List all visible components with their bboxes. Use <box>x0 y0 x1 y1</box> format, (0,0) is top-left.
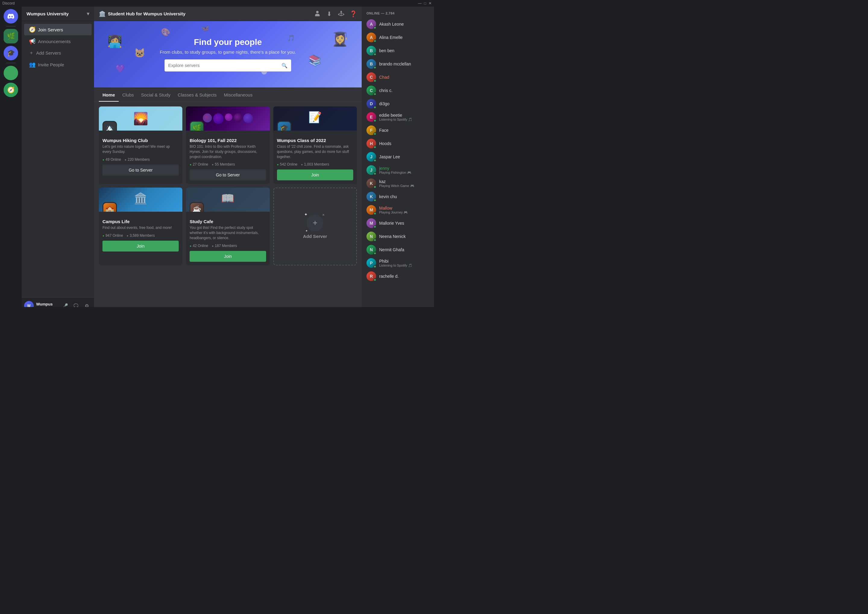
stat-members-bio: 55 Members <box>212 162 235 166</box>
status-badge <box>374 106 377 109</box>
server-card-bio-101[interactable]: 🌿 Biology 101, Fall 2022 BIO 101: Intro … <box>186 106 270 184</box>
avatar: M <box>366 205 376 215</box>
list-item[interactable]: Ddi3go <box>364 97 432 110</box>
server-header[interactable]: Wumpus University ▾ <box>22 7 94 21</box>
search-input[interactable] <box>164 59 291 72</box>
goto-server-button-hiking[interactable]: Go to Server <box>102 165 179 176</box>
tab-clubs[interactable]: Clubs <box>119 87 138 102</box>
window-controls: — □ ✕ <box>418 1 432 5</box>
card-content-bio: Biology 101, Fall 2022 BIO 101: Intro to… <box>186 131 270 184</box>
member-info: Akash Leone <box>379 22 429 26</box>
list-item[interactable]: AAkash Leone <box>364 17 432 31</box>
card-stats-hiking: 49 Online 220 Members <box>102 157 179 162</box>
deco-1: 👩‍💻 <box>107 34 122 48</box>
server-description-class: Class of '22 chill zone. Find a roommate… <box>277 144 353 159</box>
list-item[interactable]: FFace <box>364 124 432 137</box>
sidebar-item-announcements[interactable]: 📢 Announcements <box>24 36 91 47</box>
status-badge <box>374 239 377 242</box>
list-item[interactable]: Eeddie beetieListening to Spotify 🎵 <box>364 110 432 124</box>
hero-title: Find your people <box>194 37 262 47</box>
server-grid: 🌄 🏔️ Wumpus Hiking Club Let's get into n… <box>94 102 362 270</box>
controller-button[interactable]: 🕹 <box>338 10 345 17</box>
maximize-button[interactable]: □ <box>424 1 426 5</box>
list-item[interactable]: Bbrando mcclellan <box>364 57 432 71</box>
join-button-study[interactable]: Join <box>189 251 266 262</box>
add-server-label: Add Server <box>303 234 327 239</box>
add-server-button[interactable]: + <box>4 66 18 80</box>
sparkle-icon-tl: ✦ <box>304 212 308 217</box>
tab-classes-subjects[interactable]: Classes & Subjects <box>174 87 220 102</box>
server-avatar-class: 🎓 <box>277 121 291 131</box>
avatar-initial: W <box>27 304 31 307</box>
tab-home[interactable]: Home <box>99 87 119 102</box>
sparkle-icon-bl: ✦ <box>305 229 308 233</box>
hub-content: 👩‍💻 🐱 💜 👩‍🎓 📚 🎨 🎵 🦋 🐣 Find your people F… <box>94 21 362 307</box>
member-info: PhibiListening to Spotify 🎵 <box>379 259 429 267</box>
server-card-hiking-club[interactable]: 🌄 🏔️ Wumpus Hiking Club Let's get into n… <box>99 106 182 184</box>
mute-button[interactable]: 🎤 <box>60 301 70 307</box>
topbar-actions: ⬇ 🕹 ❓ <box>313 10 357 17</box>
member-name: kaz <box>379 179 429 184</box>
deco-6: 🎨 <box>161 28 170 36</box>
join-button-class[interactable]: Join <box>277 169 353 180</box>
add-server-plus-button[interactable]: ✦ + ✕ ✦ <box>307 215 323 231</box>
member-name: jenny <box>379 166 429 171</box>
server-icon-student-hub[interactable]: 🎓 <box>4 46 18 60</box>
list-item[interactable]: NNeena Nenick <box>364 230 432 243</box>
status-badge <box>374 225 377 228</box>
tab-social-study[interactable]: Social & Study <box>138 87 174 102</box>
server-card-study-cafe[interactable]: 📖 ☕ Study Cafe You got this! Find the pe… <box>186 188 270 265</box>
join-button-campus[interactable]: Join <box>102 241 179 252</box>
server-icon-wumpus-university[interactable]: 🌿 <box>4 29 18 44</box>
stat-members-study: 187 Members <box>212 244 237 248</box>
member-info: kevin chu <box>379 194 429 199</box>
stat-online-hiking: 49 Online <box>102 157 121 162</box>
close-button[interactable]: ✕ <box>429 1 432 5</box>
list-item[interactable]: MMallorie Yves <box>364 216 432 230</box>
member-name: ben ben <box>379 48 429 53</box>
deafen-button[interactable]: 🎧 <box>71 301 81 307</box>
list-item[interactable]: KkazPlaying Witch Game 🎮 <box>364 177 432 190</box>
download-button[interactable]: ⬇ <box>326 10 333 17</box>
list-item[interactable]: HHoods <box>364 137 432 150</box>
list-item[interactable]: Rrachelle d. <box>364 270 432 283</box>
status-badge <box>374 39 377 42</box>
explore-servers-button[interactable]: 🧭 <box>4 82 18 97</box>
list-item[interactable]: NNermit Ghafa <box>364 243 432 256</box>
list-item[interactable]: Cchris c. <box>364 84 432 97</box>
tab-miscellaneous[interactable]: Miscellaneous <box>220 87 256 102</box>
friends-button[interactable] <box>313 10 321 17</box>
sidebar-item-invite-people[interactable]: 👥 Invite People <box>24 59 91 70</box>
server-card-class-2022[interactable]: 📝 🎓 Wumpus Class of 2022 Class of '22 ch… <box>273 106 357 184</box>
minimize-button[interactable]: — <box>418 1 422 5</box>
sidebar-item-join-servers[interactable]: 🧭 Join Servers <box>24 24 91 35</box>
deco-3: 💜 <box>115 64 125 73</box>
list-item[interactable]: JJaspar Lee <box>364 150 432 163</box>
member-info: Hoods <box>379 141 429 146</box>
list-item[interactable]: CChad <box>364 71 432 84</box>
add-server-card[interactable]: ✦ + ✕ ✦ Add Server <box>273 188 357 265</box>
status-badge <box>374 199 377 202</box>
search-container: 🔍 <box>164 59 291 72</box>
sidebar-item-add-servers[interactable]: ＋ Add Servers <box>24 47 91 59</box>
status-badge <box>374 66 377 69</box>
server-name-study: Study Cafe <box>189 219 266 224</box>
list-item[interactable]: Bben ben <box>364 44 432 57</box>
sidebar-item-label-add-servers: Add Servers <box>36 50 61 56</box>
avatar: N <box>366 245 376 255</box>
list-item[interactable]: MMallowPlaying Journey 🎮 <box>364 203 432 216</box>
list-item[interactable]: PPhibiListening to Spotify 🎵 <box>364 256 432 270</box>
server-card-campus-life[interactable]: 🏛️ 🏫 Campus Life Find out about events, … <box>99 188 182 265</box>
chevron-down-icon: ▾ <box>87 11 89 17</box>
help-button[interactable]: ❓ <box>350 10 357 17</box>
avatar: A <box>366 33 376 42</box>
hero-banner: 👩‍💻 🐱 💜 👩‍🎓 📚 🎨 🎵 🦋 🐣 Find your people F… <box>94 21 362 87</box>
goto-server-button-bio[interactable]: Go to Server <box>189 169 266 180</box>
discord-home-button[interactable] <box>4 9 18 23</box>
member-activity: Playing Journey 🎮 <box>379 210 429 215</box>
list-item[interactable]: AAlina Emelle <box>364 31 432 44</box>
list-item[interactable]: Kkevin chu <box>364 190 432 203</box>
list-item[interactable]: JjennyPlaying Fishington 🎮 <box>364 163 432 177</box>
microphone-icon: 🎤 <box>62 303 68 307</box>
settings-button[interactable]: ⚙ <box>82 301 91 307</box>
